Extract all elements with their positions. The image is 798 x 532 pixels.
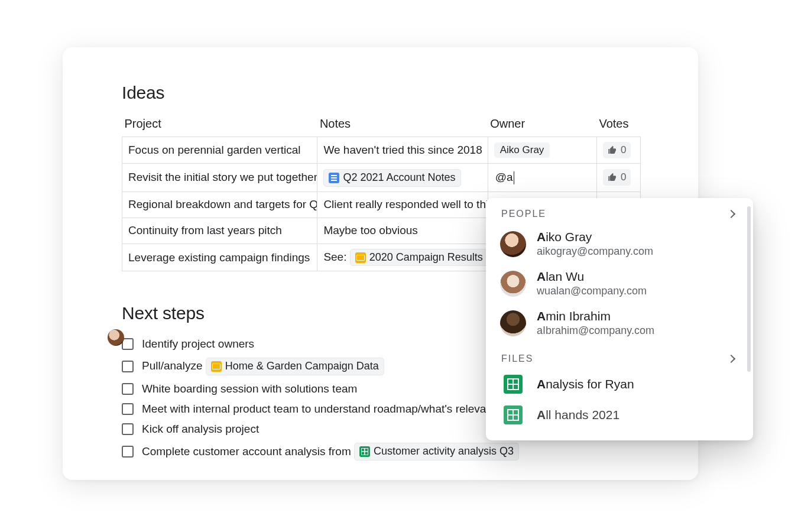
cell-project[interactable]: Leverage existing campaign findings xyxy=(122,244,317,271)
cell-project[interactable]: Continuity from last years pitch xyxy=(122,218,317,244)
sheets-chip[interactable]: Customer activity analysis Q3 xyxy=(354,443,519,460)
col-owner: Owner xyxy=(488,113,596,137)
cell-owner[interactable]: Aiko Gray xyxy=(488,137,596,164)
person-name: Aiko Gray xyxy=(537,230,653,244)
checkbox[interactable] xyxy=(122,361,134,372)
avatar xyxy=(500,231,526,257)
file-row[interactable]: Analysis for Ryan xyxy=(486,369,753,400)
vote-count: 0 xyxy=(621,171,626,183)
avatar xyxy=(500,310,526,336)
person-row[interactable]: Alan Wu wualan@company.com xyxy=(486,264,753,303)
person-row[interactable]: Aiko Gray aikogray@company.com xyxy=(486,224,753,264)
mention-input[interactable]: @a xyxy=(494,171,515,183)
cell-notes[interactable]: We haven't tried this since 2018 xyxy=(317,137,488,164)
cell-project[interactable]: Regional breakdown and targets for Q1 xyxy=(122,192,317,218)
doc-chip[interactable]: Q2 2021 Account Notes xyxy=(323,169,460,187)
cell-votes[interactable]: 0 xyxy=(596,137,640,164)
owner-chip[interactable]: Aiko Gray xyxy=(494,142,550,158)
person-row[interactable]: Amin Ibrahim aIbrahim@company.com xyxy=(486,303,753,343)
table-row[interactable]: Revisit the initial story we put togethe… xyxy=(122,164,641,192)
note-prefix: See: xyxy=(323,251,349,263)
cell-notes[interactable]: See: 2020 Campaign Results xyxy=(317,244,488,271)
slides-chip[interactable]: 2020 Campaign Results xyxy=(350,249,488,267)
item-text: Pull/analyze xyxy=(142,359,206,372)
chip-label: Customer activity analysis Q3 xyxy=(374,445,514,458)
file-name: All hands 2021 xyxy=(537,408,619,422)
mention-dropdown[interactable]: PEOPLE Aiko Gray aikogray@company.com Al… xyxy=(486,198,753,440)
sheets-icon xyxy=(359,446,370,457)
scrollbar[interactable] xyxy=(747,206,751,372)
item-text: White boarding session with solutions te… xyxy=(142,382,357,395)
col-notes: Notes xyxy=(317,113,488,137)
person-email: wualan@company.com xyxy=(537,285,647,297)
cell-notes[interactable]: Maybe too obvious xyxy=(317,218,488,244)
cell-project[interactable]: Focus on perennial garden vertical xyxy=(122,137,317,164)
ideas-heading: Ideas xyxy=(122,83,641,103)
cell-notes[interactable]: Client really responded well to this xyxy=(317,192,488,218)
item-text: Kick off analysis project xyxy=(142,423,259,436)
cell-notes[interactable]: Q2 2021 Account Notes xyxy=(317,164,488,192)
slides-chip[interactable]: Home & Garden Campaign Data xyxy=(206,358,384,375)
vote-button[interactable]: 0 xyxy=(603,169,631,186)
col-votes: Votes xyxy=(596,113,640,137)
checkbox[interactable] xyxy=(122,446,134,458)
person-email: aIbrahim@company.com xyxy=(537,325,654,337)
slides-icon xyxy=(355,252,366,263)
checkbox[interactable] xyxy=(122,383,134,395)
sheets-icon xyxy=(504,375,523,394)
vote-button[interactable]: 0 xyxy=(603,142,631,158)
dropdown-section-files[interactable]: FILES xyxy=(486,343,753,369)
vote-count: 0 xyxy=(621,144,626,156)
checkbox[interactable] xyxy=(122,403,134,415)
avatar xyxy=(500,271,526,297)
section-label: PEOPLE xyxy=(501,209,546,219)
table-row[interactable]: Focus on perennial garden vertical We ha… xyxy=(122,137,641,164)
person-name: Alan Wu xyxy=(537,270,647,284)
col-project: Project xyxy=(122,113,317,137)
chevron-right-icon xyxy=(727,210,735,218)
person-name: Amin Ibrahim xyxy=(537,309,654,323)
item-text: Meet with internal product team to under… xyxy=(142,403,508,416)
dropdown-section-people[interactable]: PEOPLE xyxy=(486,198,753,224)
section-label: FILES xyxy=(501,353,533,364)
chip-label: Home & Garden Campaign Data xyxy=(225,360,379,373)
chip-label: 2020 Campaign Results xyxy=(369,251,483,264)
cell-project[interactable]: Revisit the initial story we put togethe… xyxy=(122,164,317,192)
thumbs-up-icon xyxy=(608,173,617,182)
cell-votes[interactable]: 0 xyxy=(596,164,640,192)
item-text: Complete customer account analysis from xyxy=(142,445,354,458)
chip-label: Q2 2021 Account Notes xyxy=(343,171,455,184)
item-text: Identify project owners xyxy=(142,338,254,351)
person-email: aikogray@company.com xyxy=(537,245,653,258)
text-cursor xyxy=(514,171,515,184)
file-row[interactable]: All hands 2021 xyxy=(486,400,753,430)
sheets-icon xyxy=(504,406,523,424)
cell-owner[interactable]: @a xyxy=(488,164,596,192)
docs-icon xyxy=(329,173,339,183)
chevron-right-icon xyxy=(727,355,735,363)
checkbox[interactable] xyxy=(122,423,134,435)
list-item[interactable]: Complete customer account analysis from … xyxy=(122,439,641,464)
file-name: Analysis for Ryan xyxy=(537,377,634,391)
slides-icon xyxy=(211,361,222,372)
thumbs-up-icon xyxy=(608,145,617,155)
